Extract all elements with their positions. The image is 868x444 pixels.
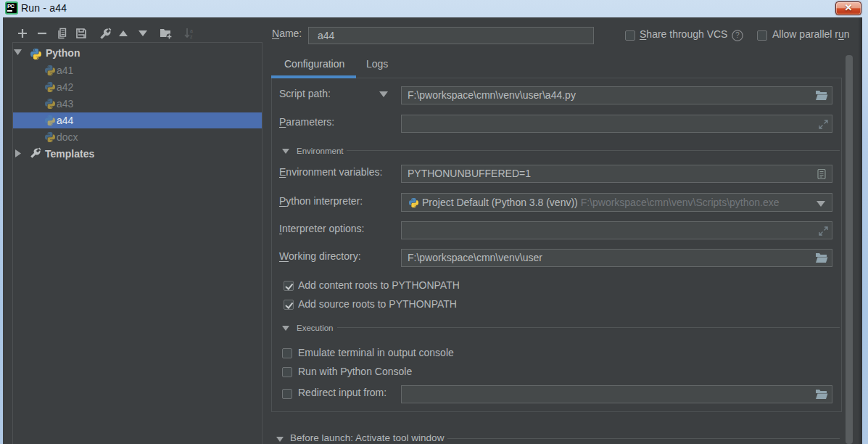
svg-text:?: ? bbox=[735, 31, 740, 39]
svg-text:z: z bbox=[190, 34, 193, 39]
svg-text:a: a bbox=[190, 28, 193, 33]
